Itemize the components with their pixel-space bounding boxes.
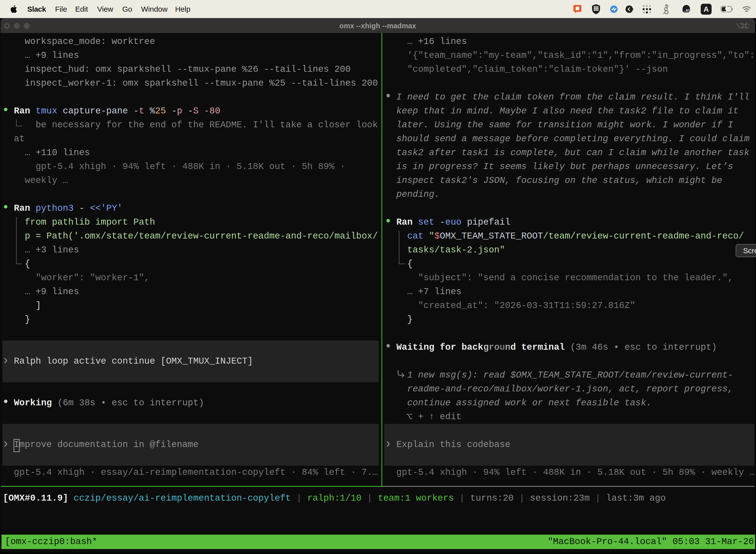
svg-text:..61: ..61	[684, 8, 690, 12]
svg-text:1: 1	[747, 22, 749, 29]
svg-text:A: A	[704, 5, 709, 13]
